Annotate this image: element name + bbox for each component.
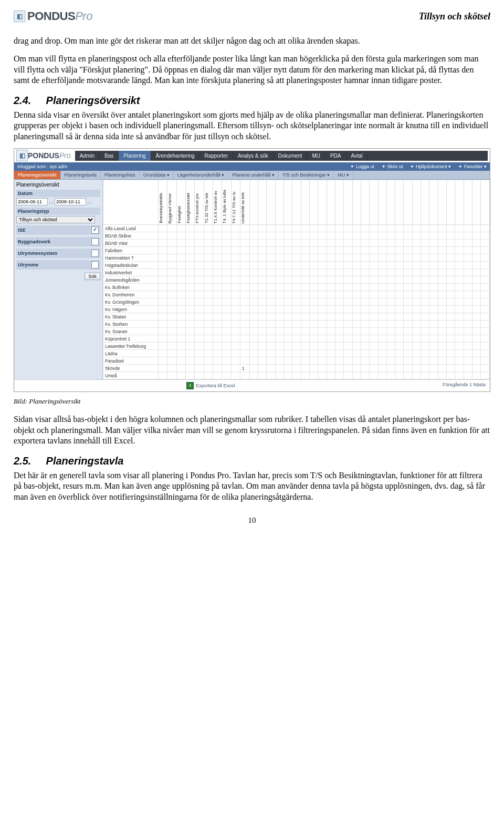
row-header: BDAB Skåne — [103, 232, 159, 240]
table-row: Paradiset — [103, 357, 490, 365]
table-row: Kv. Svanen — [103, 328, 490, 335]
table-row: Alfa Laval Lund — [103, 225, 490, 232]
date-picker-icon[interactable]: … — [87, 199, 92, 204]
subbar-link[interactable]: ✦ Favoriter ▾ — [458, 164, 487, 169]
utrymme-checkbox[interactable] — [91, 261, 99, 269]
column-header: Underhåll av kök — [240, 192, 245, 224]
column-header: T4.7.11 T/S av lu — [232, 192, 236, 224]
app-logo-main: PONDUS — [28, 151, 59, 160]
grid-area: BrandskyddstillsByggnad VärmeFastighetFa… — [103, 180, 490, 379]
tab[interactable]: Planerat underhåll ▾ — [228, 171, 279, 179]
app-body: Planeringsöversikt Datum … … Planeringst… — [14, 180, 490, 379]
menu-item[interactable]: Admin — [75, 151, 100, 161]
utrymmessystem-checkbox[interactable] — [91, 250, 99, 257]
section-number: 2.5. — [14, 455, 43, 467]
menu-item[interactable]: Avtal — [346, 151, 368, 161]
section-title: Planeringsöversikt — [46, 95, 140, 106]
pagination[interactable]: Föregående 1 Nästa — [443, 382, 486, 389]
label-text: Planeringstyp — [18, 209, 49, 214]
table-row: BDAB Väst — [103, 240, 490, 247]
export-label: Exportera till Excel — [196, 383, 235, 388]
date-to-input[interactable] — [55, 198, 86, 205]
label-byggnadsverk: Byggnadsverk — [16, 237, 100, 246]
row-header: Kv. Gröngölingen — [103, 298, 159, 306]
tab[interactable]: Planeringsöversikt — [14, 171, 61, 179]
date-range: … … — [16, 198, 100, 205]
figure-caption: Bild: Planeringsöversikt — [14, 397, 490, 406]
row-header: Kv. Hägern — [103, 306, 159, 313]
app-screenshot: ◧ PONDUSPro AdminBasPlaneringÄrendehante… — [14, 148, 490, 392]
table-row: Kv. Skatan — [103, 313, 490, 321]
tab[interactable]: Lägenhetsrunderhåll ▾ — [174, 171, 229, 179]
table-row: Lädna — [103, 350, 490, 357]
label-planeringstyp: Planeringstyp — [16, 208, 100, 215]
app-logo-text: PONDUSPro — [28, 151, 71, 160]
date-picker-icon[interactable]: … — [49, 199, 54, 204]
label-text: ISE — [18, 228, 26, 233]
subbar-link[interactable]: ✦ Logga ut — [350, 164, 374, 169]
column-header: T4..1 Byte av lufta — [222, 190, 227, 223]
page-number: 10 — [14, 516, 490, 525]
table-row: Hamnvakten 7 — [103, 254, 490, 262]
tab[interactable]: MU ▾ — [334, 171, 353, 179]
section-heading-25: 2.5. Planeringstavla — [14, 455, 490, 467]
row-header: Paradiset — [103, 357, 159, 365]
section-title: Planeringstavla — [46, 455, 124, 467]
row-header: Alfa Laval Lund — [103, 225, 159, 232]
label-text: Utrymmessystem — [18, 251, 57, 256]
column-header: T1.4.6 Kontroll av — [213, 191, 218, 224]
menu-item[interactable]: Rapporter — [200, 151, 233, 161]
body-paragraph: Om man vill flytta en planeringspost och… — [14, 54, 490, 86]
label-text: Utrymme — [18, 262, 38, 267]
page-title: Tillsyn och skötsel — [419, 11, 490, 22]
table-row: Kv. Hägern — [103, 306, 490, 313]
column-header: Brandskyddstills — [159, 193, 163, 223]
tab[interactable]: Planeringstavla — [61, 171, 101, 179]
export-excel-link[interactable]: X Exportera till Excel — [186, 382, 235, 389]
subbar-link[interactable]: ✦ Skriv ut — [382, 164, 403, 169]
menu-item[interactable]: Analys & sök — [233, 151, 274, 161]
row-header: Kv. Svanen — [103, 328, 159, 335]
body-paragraph: Det här är en generell tavla som visar a… — [14, 470, 490, 502]
menu-item[interactable]: Planering — [119, 151, 151, 161]
app-subbar: Inloggad som : sys adm ✦ Logga ut✦ Skriv… — [14, 162, 490, 171]
filter-panel: Planeringsöversikt Datum … … Planeringst… — [14, 180, 103, 379]
planeringstyp-select[interactable]: Tillsyn och skötsel — [16, 216, 95, 223]
sok-button[interactable]: Sök — [85, 273, 100, 280]
tab-bar: PlaneringsöversiktPlaneringstavlaPlaneri… — [14, 171, 490, 180]
table-row: Skövde1 — [103, 365, 490, 372]
label-utrymme: Utrymme — [16, 260, 100, 270]
menu-item[interactable]: Dokument — [274, 151, 308, 161]
table-row: Kv. Domherren — [103, 291, 490, 298]
tab[interactable]: Grunddata ▾ — [140, 171, 174, 179]
row-header: Skövde — [103, 365, 159, 372]
body-paragraph: drag and drop. Om man inte gör det riske… — [14, 36, 490, 46]
ise-checkbox[interactable] — [91, 226, 99, 234]
table-row: Fabriken — [103, 247, 490, 254]
table-row: Umeå — [103, 372, 490, 379]
row-header: Lasarettet Trelleborg — [103, 343, 159, 350]
label-ise: ISE — [16, 225, 100, 235]
menu-item[interactable]: MU — [307, 151, 326, 161]
app-main-menu: AdminBasPlaneringÄrendehanteringRapporte… — [75, 151, 488, 161]
column-header: Fastighet — [177, 206, 182, 223]
date-from-input[interactable] — [16, 198, 48, 205]
table-row: Köpcentret 1 — [103, 335, 490, 343]
menu-item[interactable]: PDA — [326, 151, 346, 161]
row-header: BDAB Väst — [103, 240, 159, 247]
menu-item[interactable]: Ärendehantering — [151, 151, 200, 161]
excel-icon: X — [186, 382, 194, 389]
menu-item[interactable]: Bas — [100, 151, 119, 161]
label-text: Datum — [18, 191, 33, 196]
label-utrymmessystem: Utrymmessystem — [16, 249, 100, 258]
row-header: Kv. Skatan — [103, 313, 159, 321]
row-header: Umeå — [103, 372, 159, 379]
app-footer: X Exportera till Excel Föregående 1 Näst… — [14, 379, 490, 391]
tab[interactable]: Planeringslista — [101, 171, 140, 179]
tab[interactable]: T/S och Besiktningar ▾ — [279, 171, 334, 179]
column-header: Byggnad Värme — [167, 193, 172, 223]
row-header: Lädna — [103, 350, 159, 357]
panel-title: Planeringsöversikt — [16, 182, 100, 188]
byggnadsverk-checkbox[interactable] — [91, 238, 99, 245]
subbar-link[interactable]: ✦ Hjälpdokument ▾ — [410, 164, 451, 169]
